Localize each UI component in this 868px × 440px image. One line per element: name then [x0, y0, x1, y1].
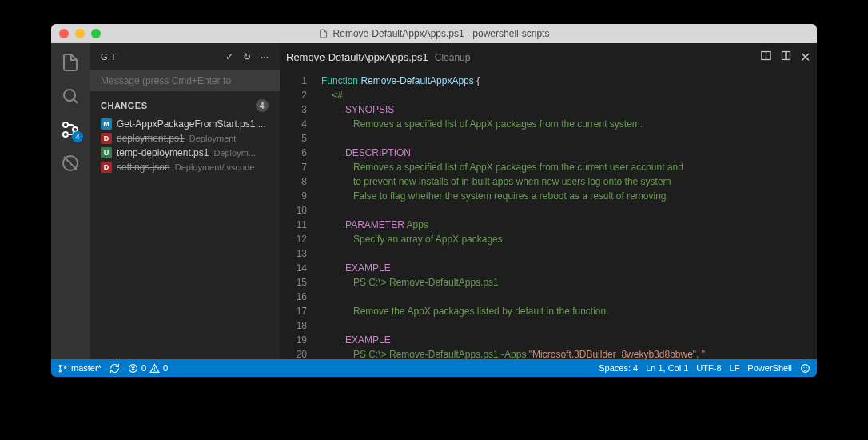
svg-point-11 — [59, 365, 61, 366]
code-lines[interactable]: Function Remove-DefaultAppxApps { <# .SY… — [318, 70, 817, 359]
svg-point-18 — [154, 370, 155, 370]
svg-point-0 — [64, 90, 75, 101]
changes-header[interactable]: CHANGES 4 — [90, 96, 280, 115]
svg-point-13 — [65, 366, 66, 368]
app-window: Remove-DefaultAppxApps.ps1 - powershell-… — [51, 24, 817, 377]
change-item[interactable]: Dsettings.jsonDeployment/.vscode — [90, 160, 280, 174]
open-tab[interactable]: Remove-DefaultAppxApps.ps1 Cleanup — [286, 51, 470, 63]
close-tab-icon[interactable]: ✕ — [800, 50, 810, 65]
zoom-window-button[interactable] — [91, 29, 101, 38]
window-controls — [51, 29, 101, 38]
statusbar: master* 0 0 Spaces: 4 Ln 1, Col 1 UTF-8 … — [51, 359, 817, 377]
file-icon — [319, 28, 328, 39]
source-control-icon[interactable]: 4 — [59, 118, 82, 141]
file-path: Deployment — [189, 134, 237, 143]
svg-point-19 — [802, 364, 810, 372]
language-indicator[interactable]: PowerShell — [747, 363, 792, 373]
svg-point-2 — [63, 122, 68, 127]
toggle-changes-icon[interactable] — [780, 50, 792, 65]
status-letter: D — [101, 133, 112, 144]
commit-icon[interactable]: ✓ — [225, 51, 233, 62]
file-name: deployment.ps1 — [117, 133, 185, 144]
file-name: Get-AppxPackageFromStart.ps1 ... — [117, 118, 266, 130]
svg-rect-9 — [782, 51, 786, 59]
scm-badge: 4 — [72, 131, 83, 142]
line-numbers: 1234567891011121314151617181920 — [280, 70, 318, 359]
titlebar[interactable]: Remove-DefaultAppxApps.ps1 - powershell-… — [51, 24, 817, 43]
code-editor[interactable]: 1234567891011121314151617181920 Function… — [280, 70, 817, 359]
problems-indicator[interactable]: 0 0 — [128, 363, 168, 374]
file-path: Deployment/.vscode — [175, 162, 255, 172]
file-name: temp-deployment.ps1 — [117, 147, 209, 158]
editor-area: Remove-DefaultAppxApps.ps1 Cleanup ✕ 123… — [280, 43, 817, 359]
minimize-window-button[interactable] — [75, 29, 85, 38]
svg-point-20 — [803, 366, 804, 367]
svg-point-21 — [806, 366, 807, 367]
window-title: Remove-DefaultAppxApps.ps1 - powershell-… — [319, 28, 550, 39]
change-item[interactable]: Ddeployment.ps1Deployment — [90, 131, 280, 146]
svg-line-1 — [74, 99, 78, 103]
commit-message-input[interactable] — [90, 70, 280, 91]
status-letter: M — [101, 118, 112, 130]
file-name: settings.json — [117, 162, 170, 173]
status-letter: U — [101, 147, 112, 158]
cursor-position[interactable]: Ln 1, Col 1 — [646, 363, 688, 373]
sidebar: GIT ✓ ↻ ··· CHANGES 4 MGet-AppxPackageFr… — [90, 43, 280, 359]
explorer-icon[interactable] — [59, 51, 82, 74]
encoding-indicator[interactable]: UTF-8 — [696, 363, 721, 373]
branch-indicator[interactable]: master* — [58, 363, 102, 374]
svg-point-3 — [63, 132, 68, 137]
sync-icon[interactable] — [109, 363, 120, 374]
sidebar-header: GIT ✓ ↻ ··· — [90, 43, 280, 70]
svg-line-6 — [64, 157, 77, 170]
change-item[interactable]: MGet-AppxPackageFromStart.ps1 ... — [90, 117, 280, 131]
close-window-button[interactable] — [59, 29, 69, 38]
search-icon[interactable] — [59, 85, 82, 107]
status-letter: D — [101, 162, 112, 173]
split-editor-icon[interactable] — [760, 50, 772, 65]
more-icon[interactable]: ··· — [261, 51, 269, 62]
refresh-icon[interactable]: ↻ — [243, 51, 251, 62]
file-path: Deploym... — [213, 148, 256, 158]
debug-icon[interactable] — [59, 152, 82, 174]
changes-list: MGet-AppxPackageFromStart.ps1 ...Ddeploy… — [90, 115, 280, 176]
sidebar-title: GIT — [101, 52, 117, 62]
indentation-indicator[interactable]: Spaces: 4 — [599, 363, 638, 373]
activity-bar: 4 — [51, 43, 90, 359]
feedback-icon[interactable] — [800, 363, 810, 374]
svg-point-12 — [59, 370, 61, 371]
changes-count: 4 — [256, 99, 269, 112]
svg-rect-10 — [786, 51, 790, 59]
eol-indicator[interactable]: LF — [730, 363, 740, 373]
change-item[interactable]: Utemp-deployment.ps1Deploym... — [90, 146, 280, 160]
editor-header: Remove-DefaultAppxApps.ps1 Cleanup ✕ — [280, 43, 817, 70]
